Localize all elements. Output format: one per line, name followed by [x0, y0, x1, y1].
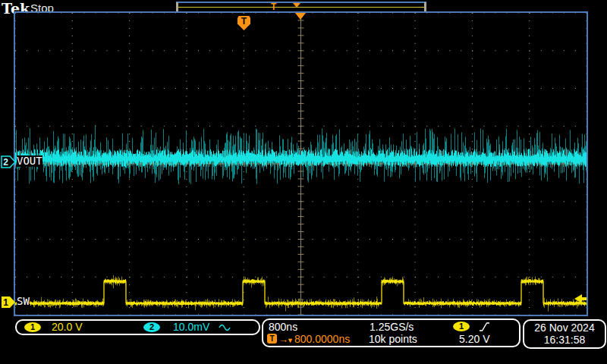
ch1-noise-envelope — [18, 275, 586, 312]
record-length: 10k points — [369, 334, 417, 345]
record-expansion-triangle-icon — [293, 3, 300, 8]
channel2-scale[interactable]: 10.0mV — [173, 322, 209, 333]
channel2-marker[interactable]: 2 — [1, 155, 16, 168]
trigger-source-badge[interactable]: 1 — [453, 322, 470, 331]
oscilloscope-screen: Tek Stop T T 2 1 VOUT SW — [0, 0, 607, 364]
channel-readout-box[interactable]: 1 20.0 V 2 10.0mV — [15, 319, 260, 335]
trigger-delay-badge-icon: T — [267, 334, 277, 344]
channel2-marker-number: 2 — [3, 157, 8, 168]
sample-rate: 1.25GS/s — [370, 322, 414, 333]
channel2-badge[interactable]: 2 — [143, 322, 160, 332]
datetime-box: 26 Nov 2024 16:31:58 — [523, 319, 606, 349]
horizontal-scale[interactable]: 800ns — [269, 322, 297, 333]
delay-triangle-icon: ▼ — [287, 335, 294, 347]
ac-coupling-icon — [219, 324, 232, 331]
channel1-marker-number: 1 — [3, 297, 8, 308]
trigger-level-arrow-icon[interactable] — [574, 293, 587, 306]
channel1-label: SW — [17, 296, 30, 307]
time-readout: 16:31:58 — [524, 334, 605, 346]
record-trigger-marker-icon: T — [271, 2, 276, 12]
trigger-level[interactable]: 5.20 V — [459, 334, 489, 345]
horizontal-trigger-readout-box[interactable]: 800ns 1.25GS/s 1 T → ▼ 800.0000ns 10k po… — [262, 318, 521, 347]
graticule — [14, 11, 588, 316]
trigger-slope-rising-icon — [479, 322, 490, 332]
channel1-marker[interactable]: 1 — [1, 296, 16, 309]
horizontal-delay[interactable]: 800.0000ns — [294, 334, 350, 345]
expansion-point-triangle-icon[interactable] — [295, 13, 306, 20]
channel2-label: VOUT — [17, 155, 42, 167]
channel1-scale[interactable]: 20.0 V — [52, 322, 82, 333]
record-waveform-line — [178, 7, 425, 8]
date-readout: 26 Nov 2024 — [524, 322, 605, 334]
channel1-badge[interactable]: 1 — [24, 322, 41, 332]
